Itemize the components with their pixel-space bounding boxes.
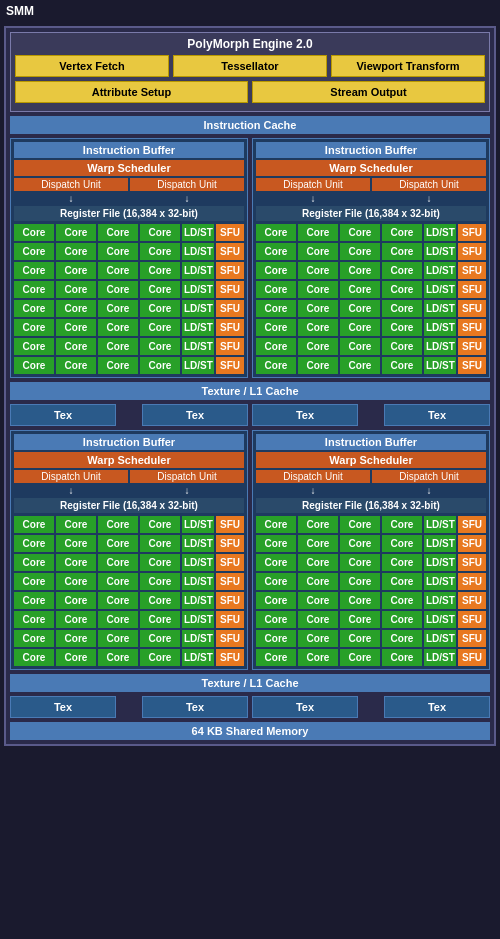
core-row: Core Core Core Core LD/ST SFU [14, 243, 244, 260]
dispatch-unit-right-bottom-2: Dispatch Unit [372, 470, 486, 483]
core-row: Core Core Core Core LD/ST SFU [256, 573, 486, 590]
core-cell: Core [56, 592, 96, 609]
core-cell: Core [340, 630, 380, 647]
shared-memory: 64 KB Shared Memory [10, 722, 490, 740]
core-row: Core Core Core Core LD/ST SFU [14, 611, 244, 628]
sfu-cell: SFU [458, 319, 486, 336]
polymorph-row2: Attribute Setup Stream Output [15, 81, 485, 103]
core-cell: Core [140, 649, 180, 666]
core-cell: Core [14, 338, 54, 355]
core-cell: Core [98, 554, 138, 571]
vertex-fetch-btn: Vertex Fetch [15, 55, 169, 77]
core-cell: Core [340, 649, 380, 666]
core-row: Core Core Core Core LD/ST SFU [256, 281, 486, 298]
ldst-cell: LD/ST [182, 630, 214, 647]
core-cell: Core [298, 243, 338, 260]
tex-item-b4: Tex [384, 696, 490, 718]
core-cell: Core [298, 592, 338, 609]
core-cell: Core [56, 535, 96, 552]
tex-item-3: Tex [252, 404, 358, 426]
arrow-left-bottom-2: ↓ [130, 485, 244, 496]
core-cell: Core [14, 224, 54, 241]
ldst-cell: LD/ST [424, 516, 456, 533]
arrow-row-left-top: ↓ ↓ [14, 193, 244, 204]
warp-scheduler-left-top: Warp Scheduler [14, 160, 244, 176]
core-row: Core Core Core Core LD/ST SFU [256, 262, 486, 279]
core-cell: Core [382, 516, 422, 533]
core-row: Core Core Core Core LD/ST SFU [256, 592, 486, 609]
core-cell: Core [98, 630, 138, 647]
tex-group-left-bottom: Tex Tex [10, 696, 248, 718]
sm-section-top: Instruction Buffer Warp Scheduler Dispat… [10, 138, 490, 378]
core-cell: Core [14, 649, 54, 666]
core-cell: Core [340, 224, 380, 241]
core-cell: Core [340, 262, 380, 279]
core-cell: Core [14, 262, 54, 279]
core-cell: Core [98, 300, 138, 317]
core-cell: Core [298, 554, 338, 571]
warp-scheduler-left-bottom: Warp Scheduler [14, 452, 244, 468]
core-cell: Core [98, 281, 138, 298]
dispatch-row-right-bottom: Dispatch Unit Dispatch Unit [256, 470, 486, 483]
core-cell: Core [298, 224, 338, 241]
core-cell: Core [56, 319, 96, 336]
core-cell: Core [140, 262, 180, 279]
core-cell: Core [298, 573, 338, 590]
sfu-cell: SFU [458, 338, 486, 355]
ldst-cell: LD/ST [182, 516, 214, 533]
sfu-cell: SFU [458, 300, 486, 317]
core-cell: Core [256, 281, 296, 298]
sm-half-right-bottom: Instruction Buffer Warp Scheduler Dispat… [252, 430, 490, 670]
core-cell: Core [256, 649, 296, 666]
core-cell: Core [340, 300, 380, 317]
core-cell: Core [256, 535, 296, 552]
tex-item-4: Tex [384, 404, 490, 426]
dispatch-unit-right-top-1: Dispatch Unit [256, 178, 370, 191]
core-cell: Core [382, 357, 422, 374]
core-cell: Core [382, 243, 422, 260]
core-row: Core Core Core Core LD/ST SFU [14, 649, 244, 666]
ldst-cell: LD/ST [182, 573, 214, 590]
sm-section-bottom: Instruction Buffer Warp Scheduler Dispat… [10, 430, 490, 670]
core-cell: Core [382, 592, 422, 609]
core-grid-right-top: Core Core Core Core LD/ST SFU Core Core … [256, 224, 486, 374]
instruction-cache: Instruction Cache [10, 116, 490, 134]
arrow-right-bottom-1: ↓ [256, 485, 370, 496]
ldst-cell: LD/ST [424, 611, 456, 628]
ldst-cell: LD/ST [424, 554, 456, 571]
core-cell: Core [140, 300, 180, 317]
tex-item-2: Tex [142, 404, 248, 426]
dispatch-row-left-top: Dispatch Unit Dispatch Unit [14, 178, 244, 191]
core-cell: Core [56, 554, 96, 571]
core-cell: Core [256, 300, 296, 317]
register-file-right-top: Register File (16,384 x 32-bit) [256, 206, 486, 221]
core-cell: Core [98, 592, 138, 609]
sfu-cell: SFU [216, 243, 244, 260]
core-cell: Core [340, 592, 380, 609]
sfu-cell: SFU [216, 224, 244, 241]
core-row: Core Core Core Core LD/ST SFU [256, 319, 486, 336]
tex-item-b1: Tex [10, 696, 116, 718]
polymorph-box: PolyMorph Engine 2.0 Vertex Fetch Tessel… [10, 32, 490, 112]
core-cell: Core [340, 281, 380, 298]
sfu-cell: SFU [216, 592, 244, 609]
sfu-cell: SFU [216, 630, 244, 647]
core-cell: Core [140, 573, 180, 590]
arrow-right-top-2: ↓ [372, 193, 486, 204]
core-row: Core Core Core Core LD/ST SFU [14, 224, 244, 241]
core-cell: Core [298, 535, 338, 552]
core-row: Core Core Core Core LD/ST SFU [14, 554, 244, 571]
core-cell: Core [98, 573, 138, 590]
sfu-cell: SFU [458, 357, 486, 374]
tex-group-right-bottom: Tex Tex [252, 696, 490, 718]
ldst-cell: LD/ST [182, 649, 214, 666]
sfu-cell: SFU [216, 554, 244, 571]
ldst-cell: LD/ST [182, 281, 214, 298]
sfu-cell: SFU [458, 262, 486, 279]
ldst-cell: LD/ST [182, 262, 214, 279]
core-cell: Core [256, 262, 296, 279]
core-row: Core Core Core Core LD/ST SFU [256, 243, 486, 260]
core-cell: Core [140, 319, 180, 336]
core-cell: Core [98, 224, 138, 241]
core-cell: Core [98, 611, 138, 628]
